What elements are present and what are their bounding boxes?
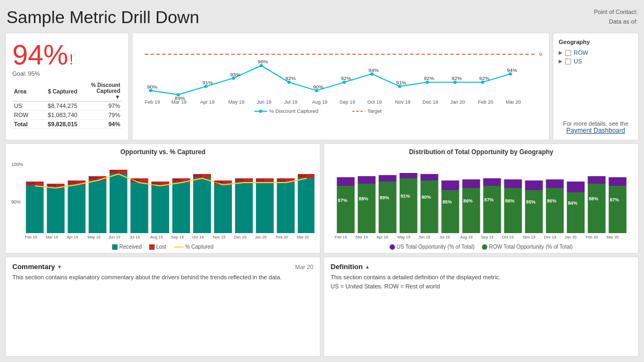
svg-text:86%: 86%	[547, 198, 557, 204]
svg-text:Apr 19: Apr 19	[200, 99, 215, 104]
svg-text:90%: 90%	[147, 84, 157, 89]
chevron-right-icon-us: ▶	[559, 59, 562, 64]
svg-rect-117	[400, 178, 418, 233]
svg-text:Aug 19: Aug 19	[460, 235, 473, 240]
svg-text:87%: 87%	[610, 197, 619, 202]
svg-text:94%: 94%	[369, 68, 379, 73]
svg-text:85%: 85%	[526, 199, 536, 205]
svg-rect-63	[151, 186, 169, 233]
dashboard: Sample Metric Drill Down Point of Contac…	[0, 0, 644, 362]
expand-icon-definition[interactable]: ▲	[365, 264, 370, 270]
svg-text:91%: 91%	[400, 193, 410, 199]
svg-text:Jan 20: Jan 20	[255, 235, 267, 240]
svg-text:92%: 92%	[341, 76, 351, 81]
svg-rect-73	[256, 183, 274, 233]
svg-text:86%: 86%	[463, 198, 473, 204]
col-captured: $ Captured	[35, 81, 79, 102]
svg-text:Oct 19: Oct 19	[502, 235, 513, 240]
svg-text:Mar 19: Mar 19	[356, 235, 368, 240]
svg-text:Mar 19: Mar 19	[171, 99, 187, 104]
svg-rect-122	[441, 180, 459, 190]
svg-rect-114	[379, 182, 397, 233]
svg-text:Jul 19: Jul 19	[440, 235, 450, 240]
svg-text:Jun 19: Jun 19	[419, 235, 430, 240]
legend-received: Received	[112, 244, 142, 250]
geo-item-us[interactable]: ▶ US	[559, 58, 633, 64]
svg-text:91%: 91%	[202, 80, 213, 85]
svg-text:92%: 92%	[172, 178, 181, 183]
point-of-contact: Point of Contact: Data as of:	[594, 8, 638, 26]
svg-text:Target: Target	[367, 109, 382, 114]
svg-text:Oct 19: Oct 19	[192, 235, 203, 240]
definition-panel: Definition ▲ This section contains a det…	[324, 257, 639, 357]
middle-section: Opportunity vs. % Captured 100% 90%	[5, 143, 639, 254]
commentary-title: Commentary	[12, 263, 55, 271]
svg-text:92%: 92%	[235, 178, 244, 183]
svg-text:92%: 92%	[451, 76, 462, 81]
svg-rect-123	[441, 190, 459, 233]
table-row-total: Total $9,828,015 94%	[12, 120, 122, 129]
svg-rect-146	[609, 177, 626, 186]
opp-chart-panel: Opportunity vs. % Captured 100% 90%	[5, 143, 320, 254]
bottom-section: Commentary ▼ Mar 20 This section contain…	[5, 257, 639, 357]
svg-rect-120	[421, 180, 438, 233]
svg-rect-67	[193, 178, 211, 233]
svg-rect-138	[546, 188, 564, 233]
svg-text:Mar 20: Mar 20	[506, 99, 521, 104]
svg-text:Sep 19: Sep 19	[340, 99, 355, 104]
legend-pct-captured: % Captured	[174, 244, 214, 250]
svg-rect-147	[609, 186, 626, 233]
definition-text: This section contains a detailed definit…	[331, 273, 632, 291]
svg-text:Aug 19: Aug 19	[150, 235, 163, 240]
svg-text:Jul 19: Jul 19	[284, 99, 298, 104]
svg-text:94%: 94%	[539, 52, 543, 56]
svg-text:Nov 19: Nov 19	[523, 235, 535, 240]
opp-chart-svg: 100% 90%	[11, 158, 314, 241]
svg-rect-129	[483, 186, 501, 233]
geo-checkbox-us[interactable]	[565, 59, 571, 64]
svg-rect-77	[298, 178, 314, 233]
svg-rect-59	[109, 174, 127, 233]
top-section: 94% ! Goal: 95% Area $ Captured % Discou…	[5, 33, 639, 140]
svg-rect-116	[400, 173, 418, 178]
svg-text:Feb 20: Feb 20	[276, 235, 288, 240]
svg-text:Feb 19: Feb 19	[25, 235, 37, 240]
svg-text:92%: 92%	[424, 76, 434, 81]
commentary-panel: Commentary ▼ Mar 20 This section contain…	[5, 257, 320, 357]
svg-rect-113	[379, 175, 397, 182]
svg-text:May 19: May 19	[87, 235, 100, 240]
svg-text:92%: 92%	[277, 178, 286, 183]
payment-link-section: For more details, see the Payment Dashbo…	[559, 120, 633, 134]
svg-rect-111	[358, 184, 376, 233]
svg-text:92%: 92%	[256, 178, 265, 183]
table-row: ROW $1,083,740 79%	[12, 111, 122, 120]
svg-text:Jan 20: Jan 20	[565, 235, 576, 240]
svg-text:88%: 88%	[359, 196, 369, 201]
legend-lost: Lost	[149, 244, 166, 250]
svg-text:90%: 90%	[11, 199, 21, 205]
expand-icon-commentary[interactable]: ▼	[57, 264, 62, 270]
svg-text:Mar 20: Mar 20	[297, 235, 309, 240]
svg-rect-132	[504, 188, 522, 233]
geography-panel: Geography ▶ ROW ▶ US For more details, s…	[553, 33, 639, 140]
svg-text:Oct 19: Oct 19	[367, 99, 382, 104]
svg-text:Mar 19: Mar 19	[46, 235, 58, 240]
svg-text:93%: 93%	[230, 72, 240, 77]
svg-text:96%: 96%	[258, 60, 268, 64]
svg-text:91%: 91%	[68, 180, 76, 185]
geo-checkbox-row[interactable]	[565, 50, 571, 56]
svg-text:94%: 94%	[507, 68, 517, 73]
svg-rect-51	[26, 186, 43, 233]
svg-text:86%: 86%	[505, 198, 515, 204]
svg-rect-71	[235, 183, 253, 233]
svg-rect-65	[172, 183, 190, 233]
kpi-exclamation: !	[69, 51, 74, 68]
svg-text:Apr 19: Apr 19	[377, 235, 388, 240]
svg-text:Feb 19: Feb 19	[335, 235, 347, 240]
svg-rect-57	[89, 180, 106, 233]
geography-title: Geography	[559, 39, 633, 45]
payment-dashboard-link[interactable]: Payment Dashboard	[566, 127, 625, 134]
geo-item-row[interactable]: ▶ ROW	[559, 49, 633, 56]
svg-text:100%: 100%	[11, 162, 24, 167]
svg-rect-141	[567, 192, 584, 233]
